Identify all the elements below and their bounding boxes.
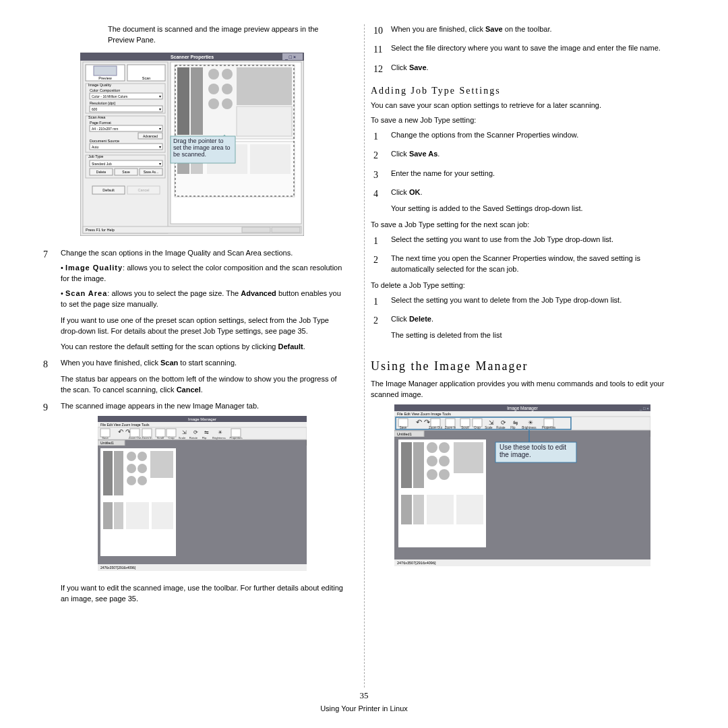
svg-point-105 bbox=[127, 452, 136, 461]
svg-text:Advanced: Advanced bbox=[143, 134, 158, 138]
svg-point-110 bbox=[138, 476, 147, 485]
svg-point-155 bbox=[427, 456, 437, 466]
svg-text:Image Manager: Image Manager bbox=[188, 417, 216, 421]
svg-text:File  Edit  View  Zoom  Image : File Edit View Zoom Image Tools bbox=[100, 423, 150, 427]
svg-text:A4 - 210x297 mm: A4 - 210x297 mm bbox=[92, 127, 118, 131]
intro-text: The document is scanned and the image pr… bbox=[108, 24, 344, 46]
svg-text:Press F1 for Help: Press F1 for Help bbox=[86, 228, 115, 232]
svg-rect-51 bbox=[272, 227, 300, 233]
svg-point-61 bbox=[222, 98, 233, 109]
svg-point-60 bbox=[208, 98, 219, 109]
svg-text:⇲: ⇲ bbox=[489, 419, 494, 426]
image-manager-large: Image Manager_ □ × File Edit View Zoom I… bbox=[394, 404, 650, 566]
svg-text:⇲: ⇲ bbox=[182, 429, 187, 435]
svg-text:Brightness: Brightness bbox=[522, 426, 537, 429]
svg-text:Scale: Scale bbox=[179, 436, 186, 439]
svg-text:Save As...: Save As... bbox=[144, 170, 159, 174]
svg-text:Auto: Auto bbox=[92, 145, 99, 149]
svg-text:Save: Save bbox=[400, 426, 407, 429]
svg-point-57 bbox=[222, 69, 233, 80]
svg-text:Scan Area: Scan Area bbox=[88, 115, 106, 119]
svg-text:Crop: Crop bbox=[168, 436, 175, 439]
svg-text:Image Manager: Image Manager bbox=[507, 406, 538, 411]
column-divider bbox=[364, 24, 365, 688]
step-11: 11Select the file directory where you wa… bbox=[371, 43, 674, 57]
svg-text:Standard Job: Standard Job bbox=[92, 162, 112, 166]
svg-text:Job Type: Job Type bbox=[88, 154, 103, 158]
svg-text:⟳: ⟳ bbox=[193, 429, 198, 435]
footer: 35 Using Your Printer in Linux bbox=[0, 690, 728, 715]
using-image-manager-heading: Using the Image Manager bbox=[371, 357, 674, 375]
svg-text:Crop: Crop bbox=[474, 426, 481, 429]
svg-text:↶ ↷: ↶ ↷ bbox=[416, 418, 430, 426]
step-7: 7 Change the scan options in the Image Q… bbox=[40, 248, 344, 353]
svg-text:Document Source: Document Source bbox=[90, 139, 119, 143]
svg-rect-115 bbox=[152, 502, 173, 529]
svg-text:▾: ▾ bbox=[159, 145, 161, 149]
svg-rect-103 bbox=[103, 451, 113, 495]
svg-text:⇋: ⇋ bbox=[513, 419, 518, 426]
svg-text:File  Edit  View  Zoom  Image : File Edit View Zoom Image Tools bbox=[397, 412, 451, 416]
svg-rect-55 bbox=[191, 67, 203, 135]
svg-rect-8 bbox=[94, 66, 117, 75]
svg-text:▾: ▾ bbox=[159, 162, 161, 166]
svg-text:Save: Save bbox=[122, 170, 130, 174]
svg-text:Preview: Preview bbox=[98, 76, 112, 80]
svg-rect-68 bbox=[250, 144, 291, 174]
svg-rect-54 bbox=[177, 67, 189, 135]
step-8: 8 When you have finished, click Scan to … bbox=[40, 358, 344, 396]
svg-point-153 bbox=[427, 442, 437, 453]
svg-text:_ □ ×: _ □ × bbox=[639, 406, 649, 411]
svg-text:Brightness: Brightness bbox=[212, 436, 226, 439]
svg-rect-162 bbox=[427, 495, 454, 524]
svg-rect-163 bbox=[456, 495, 483, 524]
svg-point-157 bbox=[427, 469, 437, 480]
scanner-properties-figure: Scanner Properties _ □ × Preview Scan Im… bbox=[80, 53, 304, 236]
svg-point-156 bbox=[439, 456, 450, 466]
svg-point-56 bbox=[208, 69, 219, 80]
svg-point-108 bbox=[138, 464, 147, 473]
svg-text:Image Quality: Image Quality bbox=[88, 83, 111, 87]
step-10: 10When you are finished, click Save on t… bbox=[371, 24, 674, 38]
svg-text:Default: Default bbox=[102, 188, 115, 192]
svg-rect-159 bbox=[454, 442, 483, 473]
svg-text:Zoom In: Zoom In bbox=[445, 426, 456, 429]
svg-rect-30 bbox=[90, 144, 162, 150]
svg-text:Rotate: Rotate bbox=[189, 436, 198, 439]
svg-text:Rotate: Rotate bbox=[496, 426, 506, 429]
svg-text:Untitled1: Untitled1 bbox=[100, 441, 114, 445]
svg-text:☀: ☀ bbox=[528, 419, 533, 426]
svg-point-109 bbox=[127, 476, 136, 485]
svg-point-154 bbox=[439, 442, 450, 453]
svg-text:Scan: Scan bbox=[142, 76, 151, 80]
svg-rect-63 bbox=[237, 107, 292, 136]
svg-text:2476x3507[2916x4096]: 2476x3507[2916x4096] bbox=[100, 566, 136, 570]
svg-point-107 bbox=[127, 464, 136, 473]
svg-text:☀: ☀ bbox=[218, 429, 222, 435]
svg-text:Zoom In: Zoom In bbox=[142, 436, 152, 439]
svg-text:Flip: Flip bbox=[202, 436, 207, 439]
svg-text:⇋: ⇋ bbox=[204, 429, 209, 435]
svg-text:Scroll: Scroll bbox=[157, 436, 164, 439]
svg-rect-152 bbox=[413, 442, 424, 488]
svg-rect-111 bbox=[150, 451, 173, 478]
svg-text:▾: ▾ bbox=[159, 107, 161, 111]
svg-text:Resolution [dpi]: Resolution [dpi] bbox=[90, 101, 115, 105]
svg-text:▾: ▾ bbox=[159, 127, 161, 131]
svg-point-106 bbox=[138, 452, 147, 461]
step-9: 9 The scanned image appears in the new I… bbox=[40, 401, 344, 605]
adding-job-heading: Adding Job Type Settings bbox=[371, 84, 674, 98]
svg-text:Zoom Out: Zoom Out bbox=[129, 436, 142, 439]
svg-rect-104 bbox=[114, 451, 123, 495]
svg-text:Cancel: Cancel bbox=[138, 188, 149, 192]
svg-text:Delete: Delete bbox=[96, 170, 107, 174]
svg-rect-160 bbox=[401, 495, 412, 524]
svg-text:⟳: ⟳ bbox=[501, 419, 506, 426]
svg-text:Save: Save bbox=[102, 436, 109, 439]
step-12: 12Click Save. bbox=[371, 63, 674, 76]
svg-rect-112 bbox=[103, 502, 113, 529]
svg-rect-113 bbox=[114, 502, 123, 529]
image-manager-small: Image Manager File Edit View Zoom Image … bbox=[98, 416, 307, 571]
svg-text:Zoom Out: Zoom Out bbox=[429, 426, 443, 429]
svg-point-58 bbox=[208, 84, 219, 94]
